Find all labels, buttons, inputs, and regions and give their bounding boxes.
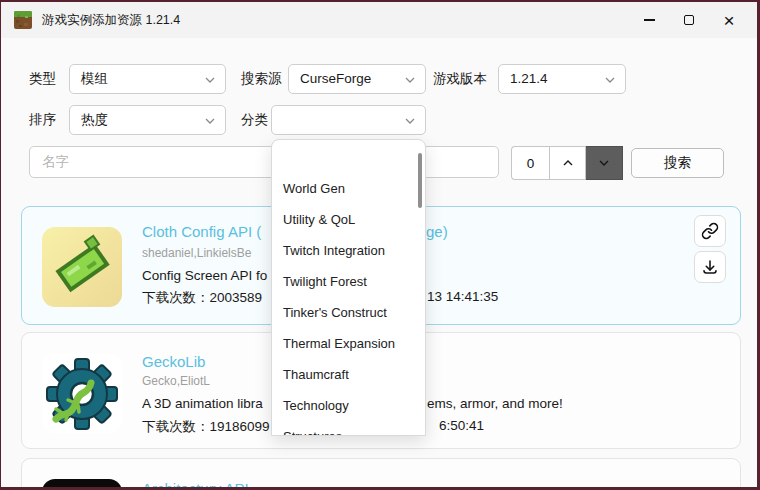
dropdown-item-utility-qol[interactable]: Utility & QoL — [272, 204, 425, 235]
result-authors: Gecko,EliotL — [142, 374, 210, 388]
close-icon: × — [723, 11, 734, 30]
dropdown-item-structures[interactable]: Structures — [272, 421, 425, 436]
architectury-icon — [42, 479, 122, 487]
result-stats-fragment: 13 14:41:35 — [427, 289, 498, 304]
result-stats-fragment: 6:50:41 — [439, 418, 484, 433]
category-select[interactable] — [271, 105, 426, 135]
dropdown-item-thaumcraft[interactable]: Thaumcraft — [272, 359, 425, 390]
type-label: 类型 — [29, 64, 56, 94]
dropdown-item-tinkers-construct[interactable]: Tinker's Construct — [272, 297, 425, 328]
source-label: 搜索源 — [241, 64, 282, 94]
grass-block-icon — [14, 11, 32, 29]
sort-select-value: 热度 — [81, 112, 108, 127]
name-input[interactable]: 名字 — [29, 146, 499, 178]
result-title[interactable]: GeckoLib — [142, 353, 205, 370]
maximize-button[interactable] — [669, 5, 709, 35]
cloth-config-icon — [42, 227, 122, 307]
chevron-down-icon — [404, 74, 416, 86]
chevron-down-icon — [597, 156, 611, 170]
minimize-icon — [644, 19, 655, 20]
search-button-label: 搜索 — [664, 154, 691, 172]
source-select[interactable]: CurseForge — [288, 64, 426, 94]
stepper-up-button[interactable] — [549, 146, 586, 180]
version-label: 游戏版本 — [433, 64, 487, 94]
source-select-value: CurseForge — [300, 71, 371, 86]
result-description-fragment: ems, armor, and more! — [427, 396, 563, 411]
dropdown-item-twitch-integration[interactable]: Twitch Integration — [272, 235, 425, 266]
sort-label: 排序 — [29, 105, 56, 135]
chevron-down-icon — [204, 74, 216, 86]
dropdown-scrollbar-thumb[interactable] — [418, 153, 422, 208]
result-card-architectury[interactable]: Architectury API — [21, 458, 741, 487]
type-select-value: 模组 — [81, 71, 108, 86]
result-title-fragment: ge) — [426, 223, 448, 240]
minimize-button[interactable] — [629, 5, 669, 35]
result-description: A 3D animation libra — [142, 396, 263, 411]
category-dropdown-panel: World Gen Utility & QoL Twitch Integrati… — [271, 139, 426, 436]
download-icon — [701, 258, 719, 276]
chevron-up-icon — [561, 156, 575, 170]
link-icon — [701, 222, 719, 240]
window-title: 游戏实例添加资源 1.21.4 — [42, 12, 180, 29]
dropdown-item-blank[interactable] — [272, 140, 425, 173]
category-label: 分类 — [241, 105, 268, 135]
maximize-icon — [684, 15, 694, 25]
sort-select[interactable]: 热度 — [69, 105, 226, 135]
stepper-down-button[interactable] — [586, 146, 623, 180]
result-authors: shedaniel,LinkielsBe — [142, 246, 251, 260]
app-window: 游戏实例添加资源 1.21.4 × 类型 模组 搜索源 CurseForge 游… — [1, 2, 757, 487]
version-select[interactable]: 1.21.4 — [498, 64, 626, 94]
version-select-value: 1.21.4 — [510, 71, 548, 86]
dropdown-item-world-gen[interactable]: World Gen — [272, 173, 425, 204]
dropdown-item-thermal-expansion[interactable]: Thermal Expansion — [272, 328, 425, 359]
result-description: Config Screen API fo — [142, 268, 267, 283]
count-stepper: 0 — [511, 146, 623, 180]
count-value[interactable]: 0 — [511, 146, 549, 180]
result-title[interactable]: Cloth Config API ( — [142, 223, 261, 240]
dropdown-item-technology[interactable]: Technology — [272, 390, 425, 421]
download-button[interactable] — [694, 251, 726, 283]
close-button[interactable]: × — [709, 5, 749, 35]
result-stats: 下载次数：2003589 — [142, 289, 262, 307]
geckolib-icon — [42, 353, 122, 433]
chevron-down-icon — [604, 74, 616, 86]
chevron-down-icon — [204, 115, 216, 127]
search-button[interactable]: 搜索 — [631, 148, 724, 178]
open-link-button[interactable] — [694, 215, 726, 247]
type-select[interactable]: 模组 — [69, 64, 226, 94]
window-controls: × — [629, 2, 749, 38]
chevron-down-icon — [404, 115, 416, 127]
title-bar: 游戏实例添加资源 1.21.4 × — [1, 2, 757, 38]
dropdown-item-twilight-forest[interactable]: Twilight Forest — [272, 266, 425, 297]
result-title[interactable]: Architectury API — [142, 480, 249, 487]
result-stats: 下载次数：19186099 — [142, 418, 270, 436]
